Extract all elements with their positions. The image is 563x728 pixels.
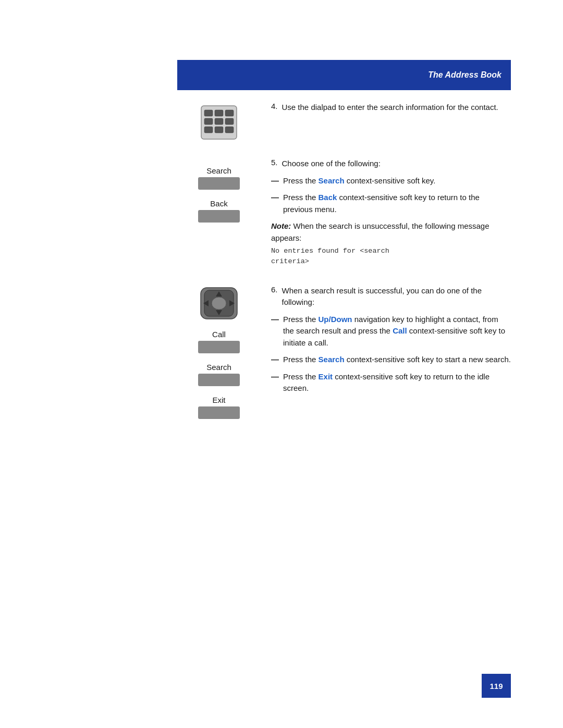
step5-icon-col: Search Back (177, 158, 261, 224)
svg-rect-7 (204, 127, 213, 133)
dash-icon-4: — (271, 354, 279, 366)
exit-soft-key[interactable] (198, 406, 240, 419)
step6-section: Call Search Exit 6. When a search result… (177, 285, 511, 420)
step5-bullet-2-text: Press the Back context-sensitive soft ke… (283, 192, 511, 215)
content-area: 4. Use the dialpad to enter the search i… (177, 102, 511, 420)
step6-text: 6. When a search result is successful, y… (261, 285, 511, 400)
step6-intro: When a search result is successful, you … (282, 285, 511, 309)
step4-text: 4. Use the dialpad to enter the search i… (261, 102, 511, 114)
page-number-box: 119 (482, 674, 511, 698)
dialpad-icon (200, 105, 238, 140)
header-bar: The Address Book (177, 60, 511, 90)
updown-highlight: Up/Down (319, 315, 352, 324)
svg-rect-3 (225, 110, 234, 116)
back-soft-key[interactable] (198, 210, 240, 223)
call-highlight: Call (393, 326, 407, 335)
step5-bullet-2: — Press the Back context-sensitive soft … (271, 192, 511, 215)
step4-icon-col (177, 102, 261, 140)
back-highlight: Back (319, 193, 337, 202)
svg-rect-5 (215, 118, 223, 125)
step6-bullet-2-text: Press the Search context-sensitive soft … (283, 354, 511, 366)
step5-bullet-1-text: Press the Search context-sensitive soft … (283, 175, 435, 187)
svg-rect-8 (215, 127, 223, 133)
step6-bullet-list: — Press the Up/Down navigation key to hi… (271, 314, 511, 394)
exit-key-label: Exit (212, 396, 225, 404)
search-soft-key-2[interactable] (198, 374, 240, 386)
call-soft-key[interactable] (198, 341, 240, 353)
nav-key-icon (198, 285, 240, 322)
step6-number: 6. (271, 285, 278, 294)
dash-icon-2: — (271, 192, 279, 204)
exit-highlight: Exit (319, 372, 333, 381)
search-soft-key-1[interactable] (198, 177, 240, 190)
note-text: When the search is unsuccessful, the fol… (271, 221, 489, 242)
step5-section: Search Back 5. Choose one of the followi… (177, 158, 511, 267)
step6-bullet-1: — Press the Up/Down navigation key to hi… (271, 314, 511, 349)
note-label: Note: (271, 221, 291, 230)
dash-icon-3: — (271, 314, 279, 326)
step5-bullet-list: — Press the Search context-sensitive sof… (271, 175, 511, 216)
step6-bullet-3-text: Press the Exit context-sensitive soft ke… (283, 371, 511, 394)
dash-icon-1: — (271, 175, 279, 187)
note-code: No entries found for <searchcriteria> (271, 246, 511, 267)
search-highlight-2: Search (319, 355, 345, 364)
step5-text: 5. Choose one of the following: — Press … (261, 158, 511, 267)
svg-rect-6 (225, 118, 234, 125)
step4-content: Use the dialpad to enter the search info… (282, 102, 498, 114)
svg-rect-9 (225, 127, 234, 133)
call-key-label: Call (212, 330, 226, 339)
svg-rect-1 (204, 110, 213, 116)
svg-point-12 (212, 297, 226, 310)
search-highlight-1: Search (319, 176, 345, 185)
dash-icon-5: — (271, 371, 279, 383)
step4-section: 4. Use the dialpad to enter the search i… (177, 102, 511, 140)
step6-bullet-2: — Press the Search context-sensitive sof… (271, 354, 511, 366)
step5-number: 5. (271, 158, 278, 167)
header-title: The Address Book (428, 70, 501, 80)
page-number: 119 (489, 682, 503, 690)
step6-bullet-1-text: Press the Up/Down navigation key to high… (283, 314, 511, 349)
back-key-label: Back (210, 199, 227, 208)
step5-bullet-1: — Press the Search context-sensitive sof… (271, 175, 511, 187)
svg-rect-2 (215, 110, 223, 116)
step4-number: 4. (271, 102, 278, 110)
step5-intro: Choose one of the following: (282, 158, 381, 170)
step5-note: Note: When the search is unsuccessful, t… (271, 220, 511, 267)
search-key-label-2: Search (206, 363, 231, 372)
step6-icon-col: Call Search Exit (177, 285, 261, 420)
svg-rect-4 (204, 118, 213, 125)
page-container: The Address Book (0, 0, 563, 728)
search-key-label-1: Search (206, 166, 231, 175)
step6-bullet-3: — Press the Exit context-sensitive soft … (271, 371, 511, 394)
